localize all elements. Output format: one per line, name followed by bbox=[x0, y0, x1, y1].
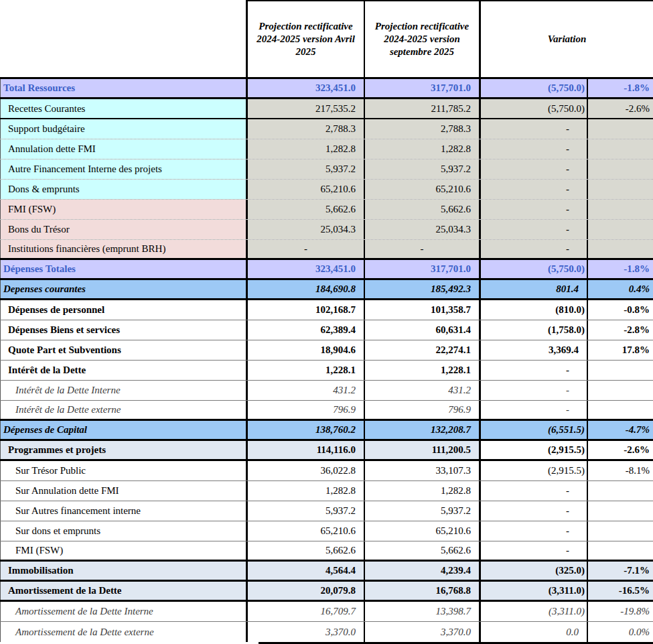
table-row: Autre Financement Interne des projets5,9… bbox=[0, 159, 653, 180]
value-avril-2025--v1: 36,022.8 bbox=[248, 461, 365, 480]
value-septembre-2025--v2: 5,937.2 bbox=[365, 159, 481, 179]
variation-absolute--variation: (2,915.5) bbox=[481, 441, 588, 459]
variation-absolute--variation: (6,551.5) bbox=[481, 421, 588, 439]
row-label--label: Bons du Trésor bbox=[0, 220, 248, 239]
value-avril-2025--v1: 3,370.0 bbox=[248, 622, 365, 642]
row-label--label: Immobilisation bbox=[0, 562, 248, 580]
value-septembre-2025--v2: 65,210.6 bbox=[365, 180, 481, 199]
row-label--label: Depenses courantes bbox=[0, 280, 248, 298]
value-septembre-2025--v2: 317,701.0 bbox=[365, 79, 481, 97]
row-label--label: Amortissement de la Dette bbox=[0, 582, 248, 600]
table-row: Amortissement de la Dette Interne16,709.… bbox=[0, 602, 653, 622]
value-avril-2025--v1: 18,904.6 bbox=[248, 340, 365, 360]
value-septembre-2025--v2: 5,662.6 bbox=[365, 200, 481, 219]
value-septembre-2025--v2: 1,282.8 bbox=[365, 481, 481, 501]
value-avril-2025--v1: 1,282.8 bbox=[248, 481, 365, 501]
variation-percent--pct bbox=[588, 180, 653, 199]
row-label--label: Programmes et projets bbox=[0, 441, 248, 459]
row-label--label: Intérêt de la Dette externe bbox=[0, 401, 248, 419]
variation-percent--pct bbox=[588, 381, 653, 400]
table-row: Dépenses de Capital138,760.2132,208.7(6,… bbox=[0, 421, 653, 441]
value-septembre-2025--v2: 101,358.7 bbox=[365, 300, 481, 320]
table-row: FMI (FSW)5,662.65,662.6- bbox=[0, 200, 653, 220]
value-septembre-2025--v2: 4,239.4 bbox=[365, 562, 481, 580]
row-label--label: Dépenses Biens et services bbox=[0, 320, 248, 340]
variation-percent--pct bbox=[588, 220, 653, 239]
variation-percent--pct: -0.8% bbox=[588, 300, 653, 320]
table-row: Annulation dette FMI1,282.81,282.8- bbox=[0, 139, 653, 159]
row-label--label: Autre Financement Interne des projets bbox=[0, 159, 248, 179]
table-row: Dépenses de personnel102,168.7101,358.7(… bbox=[0, 300, 653, 320]
variation-percent--pct: -2.6% bbox=[588, 441, 653, 459]
value-avril-2025--v1: 431.2 bbox=[248, 381, 365, 400]
variation-percent--pct bbox=[588, 541, 653, 560]
variation-percent--pct: -16.5% bbox=[588, 582, 653, 600]
value-septembre-2025--v2: 132,208.7 bbox=[365, 421, 481, 439]
table-row: Intérêt de la Dette1,228.11,228.1- bbox=[0, 361, 653, 381]
variation-absolute--variation: - bbox=[481, 401, 588, 419]
row-label--label: FMI (FSW) bbox=[0, 200, 248, 219]
variation-absolute--variation: (5,750.0) bbox=[481, 260, 588, 278]
value-septembre-2025--v2: 5,937.2 bbox=[365, 501, 481, 521]
table-row: Sur Autres financement interne5,937.25,9… bbox=[0, 501, 653, 521]
table-row: Bons du Trésor25,034.325,034.3- bbox=[0, 220, 653, 240]
variation-absolute--variation: 0.0 bbox=[481, 622, 588, 642]
value-avril-2025--v1: 16,709.7 bbox=[248, 602, 365, 621]
value-avril-2025--v1: 5,662.6 bbox=[248, 541, 365, 560]
variation-absolute--variation: (810.0) bbox=[481, 300, 588, 320]
variation-percent--pct: 0.4% bbox=[588, 280, 653, 298]
row-label--label: Sur dons et emprunts bbox=[0, 521, 248, 541]
variation-absolute--variation: - bbox=[481, 119, 588, 139]
row-label--label: Recettes Courantes bbox=[0, 99, 248, 118]
value-avril-2025--v1: 5,937.2 bbox=[248, 501, 365, 521]
table-row: Recettes Courantes217,535.2211,785.2(5,7… bbox=[0, 99, 653, 119]
table-row: Sur Trésor Public36,022.833,107.3(2,915.… bbox=[0, 461, 653, 481]
row-label--label: Dépenses de Capital bbox=[0, 421, 248, 439]
variation-percent--pct bbox=[588, 501, 653, 521]
row-label--label: Total Ressources bbox=[0, 79, 248, 97]
table-row: FMI (FSW)5,662.65,662.6- bbox=[0, 541, 653, 562]
value-septembre-2025--v2: 33,107.3 bbox=[365, 461, 481, 480]
variation-percent--pct bbox=[588, 159, 653, 179]
value-septembre-2025--v2: 2,788.3 bbox=[365, 119, 481, 139]
table-row: Support budgétaire2,788.32,788.3- bbox=[0, 119, 653, 139]
value-septembre-2025--v2: 317,701.0 bbox=[365, 260, 481, 278]
table-row: Intérêt de la Dette externe796.9796.9- bbox=[0, 401, 653, 421]
variation-absolute--variation: - bbox=[481, 541, 588, 560]
row-label--label: Annulation dette FMI bbox=[0, 139, 248, 159]
value-septembre-2025--v2: 60,631.4 bbox=[365, 320, 481, 340]
table-row: Institutions financières (emprunt BRH)--… bbox=[0, 240, 653, 260]
variation-absolute--variation: - bbox=[481, 361, 588, 380]
row-label--label: Institutions financières (emprunt BRH) bbox=[0, 240, 248, 258]
variation-absolute--variation: (3,311.0) bbox=[481, 602, 588, 621]
value-septembre-2025--v2: 211,785.2 bbox=[365, 99, 481, 118]
variation-percent--pct bbox=[588, 361, 653, 380]
row-label--label: Sur Trésor Public bbox=[0, 461, 248, 480]
variation-percent--pct: 17.8% bbox=[588, 340, 653, 360]
table-row: Depenses courantes184,690.8185,492.3801.… bbox=[0, 280, 653, 300]
variation-absolute--variation: (5,750.0) bbox=[481, 79, 588, 97]
value-septembre-2025--v2: 13,398.7 bbox=[365, 602, 481, 621]
variation-percent--pct bbox=[588, 119, 653, 139]
row-label--label: Dépenses Totales bbox=[0, 260, 248, 278]
variation-percent--pct: -8.1% bbox=[588, 461, 653, 480]
variation-percent--pct: -4.7% bbox=[588, 421, 653, 439]
variation-absolute--variation: (1,758.0) bbox=[481, 320, 588, 340]
variation-percent--pct: -19.8% bbox=[588, 602, 653, 621]
table-row: Dépenses Totales323,451.0317,701.0(5,750… bbox=[0, 260, 653, 280]
row-label--label: Support budgétaire bbox=[0, 119, 248, 139]
value-avril-2025--v1: 796.9 bbox=[248, 401, 365, 419]
table-row: Sur Annulation dette FMI1,282.81,282.8- bbox=[0, 481, 653, 501]
variation-percent--pct bbox=[588, 481, 653, 501]
variation-absolute--variation: (325.0) bbox=[481, 562, 588, 580]
row-label--label: Sur Annulation dette FMI bbox=[0, 481, 248, 501]
value-avril-2025--v1: 65,210.6 bbox=[248, 180, 365, 199]
table-row: Dépenses Biens et services62,389.460,631… bbox=[0, 320, 653, 340]
row-label--label: Dépenses de personnel bbox=[0, 300, 248, 320]
variation-percent--pct: -7.1% bbox=[588, 562, 653, 580]
value-avril-2025--v1: 323,451.0 bbox=[248, 79, 365, 97]
variation-absolute--variation: - bbox=[481, 521, 588, 541]
value-septembre-2025--v2: 185,492.3 bbox=[365, 280, 481, 298]
value-avril-2025--v1: 65,210.6 bbox=[248, 521, 365, 541]
value-septembre-2025--v2: 5,662.6 bbox=[365, 541, 481, 560]
